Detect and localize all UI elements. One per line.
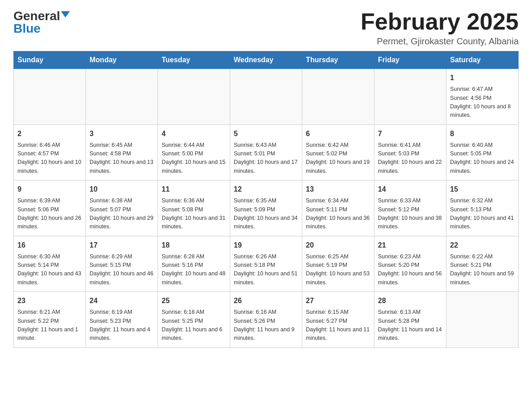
day-number: 15: [450, 184, 515, 195]
calendar-week-row: 23Sunrise: 6:21 AMSunset: 5:22 PMDayligh…: [14, 292, 519, 348]
calendar-cell: 5Sunrise: 6:43 AMSunset: 5:01 PMDaylight…: [230, 124, 302, 180]
day-number: 5: [234, 128, 298, 139]
day-number: 17: [90, 240, 154, 251]
calendar-cell: 17Sunrise: 6:29 AMSunset: 5:15 PMDayligh…: [86, 236, 158, 292]
day-number: 9: [17, 184, 82, 195]
calendar-cell: 21Sunrise: 6:23 AMSunset: 5:20 PMDayligh…: [374, 236, 446, 292]
sun-info: Sunrise: 6:36 AMSunset: 5:08 PMDaylight:…: [162, 197, 226, 231]
sun-info: Sunrise: 6:43 AMSunset: 5:01 PMDaylight:…: [234, 141, 298, 176]
sun-info: Sunrise: 6:18 AMSunset: 5:25 PMDaylight:…: [162, 308, 226, 343]
calendar-cell: [374, 69, 446, 125]
calendar-cell: 10Sunrise: 6:38 AMSunset: 5:07 PMDayligh…: [86, 180, 158, 236]
day-number: 7: [378, 128, 442, 139]
calendar-cell: 26Sunrise: 6:16 AMSunset: 5:26 PMDayligh…: [230, 292, 302, 348]
day-number: 3: [90, 128, 154, 139]
sun-info: Sunrise: 6:22 AMSunset: 5:21 PMDaylight:…: [450, 253, 515, 287]
month-title: February 2025: [360, 9, 519, 34]
sun-info: Sunrise: 6:34 AMSunset: 5:11 PMDaylight:…: [306, 197, 370, 231]
day-number: 6: [306, 128, 370, 139]
calendar-cell: 12Sunrise: 6:35 AMSunset: 5:09 PMDayligh…: [230, 180, 302, 236]
day-number: 26: [234, 295, 298, 306]
calendar-header-row: SundayMondayTuesdayWednesdayThursdayFrid…: [14, 51, 519, 69]
calendar-cell: 23Sunrise: 6:21 AMSunset: 5:22 PMDayligh…: [14, 292, 86, 348]
day-number: 27: [306, 295, 370, 306]
column-header-tuesday: Tuesday: [158, 51, 230, 69]
day-number: 24: [90, 295, 154, 306]
day-number: 23: [17, 295, 82, 306]
day-number: 22: [450, 240, 515, 251]
calendar-cell: 28Sunrise: 6:13 AMSunset: 5:28 PMDayligh…: [374, 292, 446, 348]
day-number: 28: [378, 295, 442, 306]
calendar-cell: 18Sunrise: 6:28 AMSunset: 5:16 PMDayligh…: [158, 236, 230, 292]
sun-info: Sunrise: 6:16 AMSunset: 5:26 PMDaylight:…: [234, 308, 298, 343]
sun-info: Sunrise: 6:21 AMSunset: 5:22 PMDaylight:…: [17, 308, 82, 343]
sun-info: Sunrise: 6:42 AMSunset: 5:02 PMDaylight:…: [306, 141, 370, 176]
sun-info: Sunrise: 6:28 AMSunset: 5:16 PMDaylight:…: [162, 253, 226, 287]
calendar-week-row: 16Sunrise: 6:30 AMSunset: 5:14 PMDayligh…: [14, 236, 519, 292]
calendar-cell: [86, 69, 158, 125]
calendar-cell: 8Sunrise: 6:40 AMSunset: 5:05 PMDaylight…: [446, 124, 519, 180]
day-number: 16: [17, 240, 82, 251]
calendar-cell: 15Sunrise: 6:32 AMSunset: 5:13 PMDayligh…: [446, 180, 519, 236]
calendar-cell: 4Sunrise: 6:44 AMSunset: 5:00 PMDaylight…: [158, 124, 230, 180]
calendar-cell: 16Sunrise: 6:30 AMSunset: 5:14 PMDayligh…: [14, 236, 86, 292]
calendar-cell: 3Sunrise: 6:45 AMSunset: 4:58 PMDaylight…: [86, 124, 158, 180]
day-number: 19: [234, 240, 298, 251]
sun-info: Sunrise: 6:15 AMSunset: 5:27 PMDaylight:…: [306, 308, 370, 343]
calendar-cell: [230, 69, 302, 125]
column-header-wednesday: Wednesday: [230, 51, 302, 69]
day-number: 20: [306, 240, 370, 251]
calendar-cell: [446, 292, 519, 348]
day-number: 18: [162, 240, 226, 251]
logo-triangle-icon: [61, 11, 70, 17]
logo-blue-text: Blue: [13, 21, 41, 36]
day-number: 4: [162, 128, 226, 139]
calendar-cell: [302, 69, 374, 125]
day-number: 8: [450, 128, 515, 139]
sun-info: Sunrise: 6:32 AMSunset: 5:13 PMDaylight:…: [450, 197, 515, 231]
day-number: 12: [234, 184, 298, 195]
sun-info: Sunrise: 6:44 AMSunset: 5:00 PMDaylight:…: [162, 141, 226, 176]
sun-info: Sunrise: 6:33 AMSunset: 5:12 PMDaylight:…: [378, 197, 442, 231]
day-number: 10: [90, 184, 154, 195]
sun-info: Sunrise: 6:46 AMSunset: 4:57 PMDaylight:…: [17, 141, 82, 176]
column-header-saturday: Saturday: [446, 51, 519, 69]
column-header-thursday: Thursday: [302, 51, 374, 69]
calendar-table: SundayMondayTuesdayWednesdayThursdayFrid…: [13, 51, 519, 348]
sun-info: Sunrise: 6:30 AMSunset: 5:14 PMDaylight:…: [17, 253, 82, 287]
calendar-cell: [14, 69, 86, 125]
calendar-cell: 1Sunrise: 6:47 AMSunset: 4:56 PMDaylight…: [446, 69, 519, 125]
calendar-week-row: 9Sunrise: 6:39 AMSunset: 5:06 PMDaylight…: [14, 180, 519, 236]
column-header-sunday: Sunday: [14, 51, 86, 69]
sun-info: Sunrise: 6:13 AMSunset: 5:28 PMDaylight:…: [378, 308, 442, 343]
day-number: 25: [162, 295, 226, 306]
calendar-cell: 20Sunrise: 6:25 AMSunset: 5:19 PMDayligh…: [302, 236, 374, 292]
logo: General Blue: [13, 9, 70, 36]
calendar-cell: 6Sunrise: 6:42 AMSunset: 5:02 PMDaylight…: [302, 124, 374, 180]
column-header-friday: Friday: [374, 51, 446, 69]
calendar-cell: 24Sunrise: 6:19 AMSunset: 5:23 PMDayligh…: [86, 292, 158, 348]
calendar-cell: 14Sunrise: 6:33 AMSunset: 5:12 PMDayligh…: [374, 180, 446, 236]
day-number: 13: [306, 184, 370, 195]
sun-info: Sunrise: 6:47 AMSunset: 4:56 PMDaylight:…: [450, 85, 515, 120]
sun-info: Sunrise: 6:26 AMSunset: 5:18 PMDaylight:…: [234, 253, 298, 287]
calendar-cell: 27Sunrise: 6:15 AMSunset: 5:27 PMDayligh…: [302, 292, 374, 348]
sun-info: Sunrise: 6:23 AMSunset: 5:20 PMDaylight:…: [378, 253, 442, 287]
day-number: 1: [450, 73, 515, 83]
sun-info: Sunrise: 6:25 AMSunset: 5:19 PMDaylight:…: [306, 253, 370, 287]
day-number: 11: [162, 184, 226, 195]
sun-info: Sunrise: 6:38 AMSunset: 5:07 PMDaylight:…: [90, 197, 154, 231]
title-block: February 2025 Permet, Gjirokaster County…: [360, 9, 519, 47]
calendar-week-row: 1Sunrise: 6:47 AMSunset: 4:56 PMDaylight…: [14, 69, 519, 125]
day-number: 21: [378, 240, 442, 251]
sun-info: Sunrise: 6:39 AMSunset: 5:06 PMDaylight:…: [17, 197, 82, 231]
sun-info: Sunrise: 6:29 AMSunset: 5:15 PMDaylight:…: [90, 253, 154, 287]
calendar-cell: 2Sunrise: 6:46 AMSunset: 4:57 PMDaylight…: [14, 124, 86, 180]
sun-info: Sunrise: 6:41 AMSunset: 5:03 PMDaylight:…: [378, 141, 442, 176]
calendar-cell: [158, 69, 230, 125]
calendar-cell: 22Sunrise: 6:22 AMSunset: 5:21 PMDayligh…: [446, 236, 519, 292]
calendar-cell: 25Sunrise: 6:18 AMSunset: 5:25 PMDayligh…: [158, 292, 230, 348]
day-number: 14: [378, 184, 442, 195]
location-text: Permet, Gjirokaster County, Albania: [360, 36, 519, 47]
column-header-monday: Monday: [86, 51, 158, 69]
